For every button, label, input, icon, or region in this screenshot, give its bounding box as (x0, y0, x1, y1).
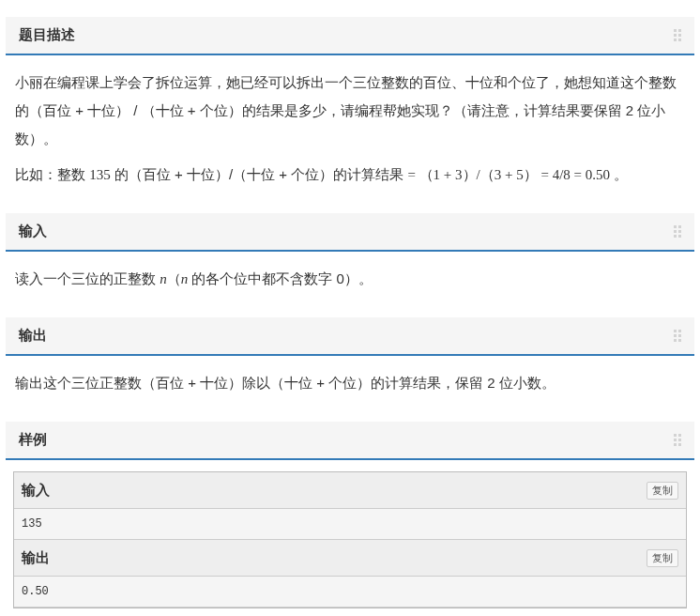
sample-box: 输入 复制 135 输出 复制 0.50 (13, 471, 687, 608)
section-header-sample: 样例 (6, 422, 694, 460)
math-expr: = （1 + 3）/（3 + 5） = 4/8 = 0.50 (407, 167, 610, 182)
section-title: 题目描述 (19, 26, 75, 44)
math-num: 135 (89, 167, 111, 182)
section-title: 输入 (19, 223, 47, 240)
drag-handle-icon (674, 330, 681, 342)
text-span: 比如：整数 (15, 166, 89, 182)
copy-input-button[interactable]: 复制 (647, 482, 678, 500)
description-para1: 小丽在编程课上学会了拆位运算，她已经可以拆出一个三位整数的百位、十位和个位了，她… (15, 69, 685, 153)
text-span: 的各个位中都不含数字 0）。 (188, 270, 373, 286)
copy-output-button[interactable]: 复制 (647, 549, 678, 567)
drag-handle-icon (674, 29, 681, 41)
sample-input-header: 输入 复制 (14, 472, 686, 509)
section-title: 样例 (19, 431, 47, 449)
text-span: 。 (610, 166, 628, 182)
section-body-input: 读入一个三位的正整数 n（n 的各个位中都不含数字 0）。 (6, 252, 694, 306)
text-span: 的（百位 + 十位）/（十位 + 个位）的计算结果 (111, 166, 408, 182)
section-body-output: 输出这个三位正整数（百位 + 十位）除以（十位 + 个位）的计算结果，保留 2 … (6, 356, 694, 410)
section-title: 输出 (19, 327, 47, 345)
input-text: 读入一个三位的正整数 n（n 的各个位中都不含数字 0）。 (15, 265, 685, 293)
drag-handle-icon (674, 434, 681, 446)
description-para2: 比如：整数 135 的（百位 + 十位）/（十位 + 个位）的计算结果 = （1… (15, 161, 685, 189)
section-header-output: 输出 (6, 317, 694, 356)
section-body-description: 小丽在编程课上学会了拆位运算，她已经可以拆出一个三位整数的百位、十位和个位了，她… (6, 55, 694, 202)
sample-input-label: 输入 (22, 476, 50, 504)
drag-handle-icon (674, 225, 681, 238)
section-header-input: 输入 (6, 213, 694, 252)
sample-output-header: 输出 复制 (14, 540, 686, 577)
output-text: 输出这个三位正整数（百位 + 十位）除以（十位 + 个位）的计算结果，保留 2 … (15, 369, 685, 397)
sample-output-value: 0.50 (14, 577, 686, 608)
text-span: 读入一个三位的正整数 (15, 270, 160, 286)
section-body-sample: 输入 复制 135 输出 复制 0.50 (6, 460, 694, 616)
text-span: （ (167, 270, 181, 286)
sample-output-label: 输出 (22, 544, 50, 572)
sample-input-value: 135 (14, 509, 686, 540)
math-var: n (160, 271, 167, 286)
section-header-description: 题目描述 (6, 17, 694, 55)
